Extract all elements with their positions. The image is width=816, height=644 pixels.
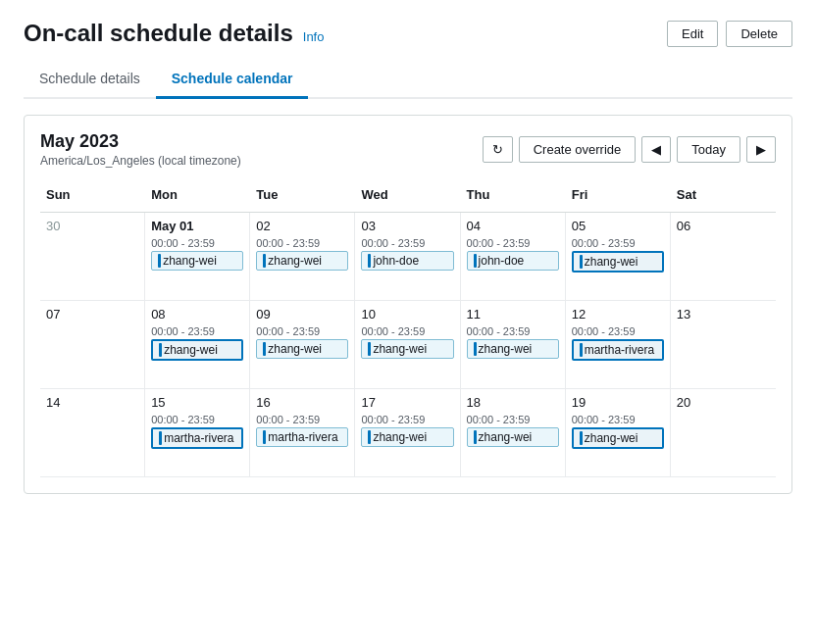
event-chip[interactable]: martha-rivera bbox=[256, 427, 348, 447]
day-header-sat: Sat bbox=[671, 183, 776, 206]
day-number: 07 bbox=[46, 307, 138, 322]
event-label: zhang-wei bbox=[373, 430, 427, 444]
edit-button[interactable]: Edit bbox=[667, 21, 718, 47]
day-number: 18 bbox=[467, 395, 559, 410]
event-time: 00:00 - 23:59 bbox=[256, 414, 348, 425]
calendar-month: May 2023 bbox=[40, 131, 241, 152]
event-chip[interactable]: john-doe bbox=[361, 251, 453, 271]
event-label: martha-rivera bbox=[164, 431, 233, 445]
calendar-cell-1-4: 1100:00 - 23:59zhang-wei bbox=[461, 301, 566, 388]
chip-bar bbox=[159, 431, 162, 445]
event-chip[interactable]: zhang-wei bbox=[151, 251, 243, 271]
today-button[interactable]: Today bbox=[677, 136, 740, 163]
chip-bar bbox=[474, 254, 477, 268]
event-label: john-doe bbox=[479, 254, 525, 268]
calendar-header: May 2023 America/Los_Angeles (local time… bbox=[40, 131, 776, 168]
day-number: 09 bbox=[256, 307, 348, 322]
event-label: zhang-wei bbox=[585, 255, 638, 269]
chip-bar bbox=[159, 343, 162, 357]
day-number: May 01 bbox=[151, 219, 243, 233]
create-override-button[interactable]: Create override bbox=[519, 136, 637, 163]
chip-bar bbox=[263, 254, 266, 268]
day-number: 19 bbox=[572, 395, 664, 410]
calendar-cell-0-4: 0400:00 - 23:59john-doe bbox=[461, 213, 566, 300]
tab-schedule-details[interactable]: Schedule details bbox=[24, 63, 156, 99]
event-label: zhang-wei bbox=[268, 342, 322, 356]
event-time: 00:00 - 23:59 bbox=[361, 414, 453, 425]
day-number: 08 bbox=[151, 307, 243, 322]
calendar-cell-0-2: 0200:00 - 23:59zhang-wei bbox=[250, 213, 355, 300]
event-chip[interactable]: zhang-wei bbox=[572, 251, 664, 272]
event-label: zhang-wei bbox=[479, 430, 533, 444]
calendar-container: May 2023 America/Los_Angeles (local time… bbox=[24, 115, 792, 494]
calendar-cell-2-2: 1600:00 - 23:59martha-rivera bbox=[250, 389, 355, 476]
calendar-cell-2-1: 1500:00 - 23:59martha-rivera bbox=[145, 389, 250, 476]
calendar-cell-1-2: 0900:00 - 23:59zhang-wei bbox=[250, 301, 355, 388]
day-number: 17 bbox=[361, 395, 453, 410]
day-number: 14 bbox=[46, 395, 138, 410]
event-chip[interactable]: zhang-wei bbox=[361, 427, 453, 447]
calendar-cell-0-5: 0500:00 - 23:59zhang-wei bbox=[566, 213, 671, 300]
chip-bar bbox=[158, 254, 161, 268]
event-label: martha-rivera bbox=[268, 430, 337, 444]
chip-bar bbox=[263, 342, 266, 356]
calendar-cell-1-3: 1000:00 - 23:59zhang-wei bbox=[355, 301, 460, 388]
event-label: zhang-wei bbox=[373, 342, 427, 356]
calendar-title-group: May 2023 America/Los_Angeles (local time… bbox=[40, 131, 241, 168]
tab-schedule-calendar[interactable]: Schedule calendar bbox=[156, 63, 309, 99]
event-time: 00:00 - 23:59 bbox=[256, 237, 348, 249]
event-time: 00:00 - 23:59 bbox=[256, 325, 348, 337]
calendar-cell-1-6: 13 bbox=[671, 301, 776, 388]
prev-button[interactable]: ◀ bbox=[641, 136, 671, 163]
event-chip[interactable]: zhang-wei bbox=[151, 339, 243, 361]
event-label: zhang-wei bbox=[585, 431, 638, 445]
event-chip[interactable]: zhang-wei bbox=[467, 427, 559, 447]
event-chip[interactable]: zhang-wei bbox=[361, 339, 453, 359]
chip-bar bbox=[580, 343, 583, 357]
event-chip[interactable]: zhang-wei bbox=[572, 427, 664, 449]
day-number: 30 bbox=[46, 219, 138, 233]
event-time: 00:00 - 23:59 bbox=[151, 237, 243, 249]
day-number: 02 bbox=[256, 219, 348, 233]
event-chip[interactable]: zhang-wei bbox=[467, 339, 559, 359]
day-number: 13 bbox=[677, 307, 770, 322]
calendar-controls: ↻ Create override ◀ Today ▶ bbox=[483, 136, 776, 163]
calendar-cell-1-0: 07 bbox=[40, 301, 145, 388]
page-title: On-call schedule details bbox=[24, 20, 293, 47]
event-time: 00:00 - 23:59 bbox=[467, 414, 559, 425]
day-number: 06 bbox=[677, 219, 770, 233]
event-chip[interactable]: martha-rivera bbox=[572, 339, 664, 361]
day-header-mon: Mon bbox=[145, 183, 250, 206]
event-time: 00:00 - 23:59 bbox=[467, 325, 559, 337]
calendar-grid: Sun Mon Tue Wed Thu Fri Sat 30May 0100:0… bbox=[40, 183, 776, 477]
event-label: zhang-wei bbox=[163, 254, 217, 268]
event-label: zhang-wei bbox=[479, 342, 533, 356]
event-chip[interactable]: john-doe bbox=[467, 251, 559, 271]
chip-bar bbox=[580, 255, 583, 269]
calendar-cell-1-5: 1200:00 - 23:59martha-rivera bbox=[566, 301, 671, 388]
calendar-cell-2-3: 1700:00 - 23:59zhang-wei bbox=[355, 389, 460, 476]
calendar-cell-0-1: May 0100:00 - 23:59zhang-wei bbox=[145, 213, 250, 300]
chip-bar bbox=[368, 254, 371, 268]
refresh-button[interactable]: ↻ bbox=[483, 136, 513, 163]
event-chip[interactable]: martha-rivera bbox=[151, 427, 243, 449]
day-number: 15 bbox=[151, 395, 243, 410]
calendar-cell-2-0: 14 bbox=[40, 389, 145, 476]
day-number: 12 bbox=[572, 307, 664, 322]
calendar-cell-2-6: 20 bbox=[671, 389, 776, 476]
delete-button[interactable]: Delete bbox=[726, 21, 792, 47]
page-title-group: On-call schedule details Info bbox=[24, 20, 324, 47]
event-time: 00:00 - 23:59 bbox=[572, 237, 664, 249]
next-button[interactable]: ▶ bbox=[746, 136, 776, 163]
day-number: 11 bbox=[467, 307, 559, 322]
chip-bar bbox=[580, 431, 583, 445]
event-chip[interactable]: zhang-wei bbox=[256, 339, 348, 359]
info-link[interactable]: Info bbox=[303, 29, 325, 44]
day-number: 03 bbox=[361, 219, 453, 233]
event-time: 00:00 - 23:59 bbox=[467, 237, 559, 249]
event-label: zhang-wei bbox=[164, 343, 218, 357]
event-chip[interactable]: zhang-wei bbox=[256, 251, 348, 271]
page: On-call schedule details Info Edit Delet… bbox=[0, 0, 816, 644]
day-header-wed: Wed bbox=[355, 183, 460, 206]
event-time: 00:00 - 23:59 bbox=[151, 414, 243, 425]
